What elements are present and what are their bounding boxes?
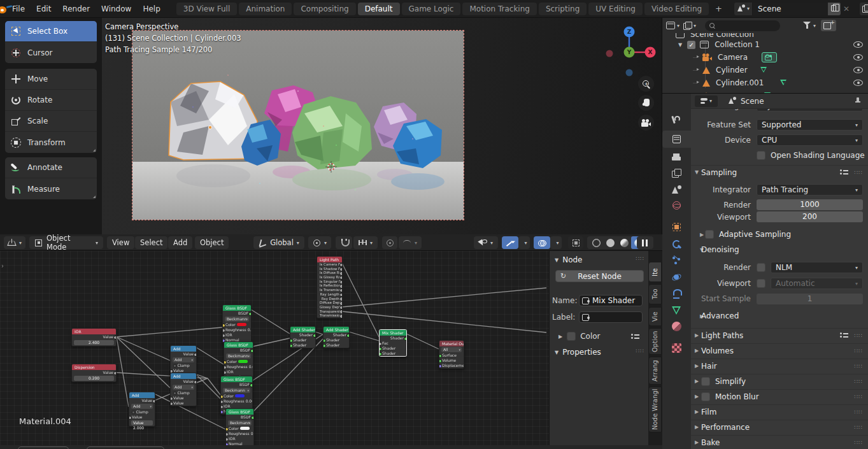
node-glass-bsdf-white[interactable]: Glass BSDF BSDF Beckmann▾ Color Roughnes…: [225, 408, 254, 447]
workspace-tab-default[interactable]: Default: [358, 3, 400, 15]
reset-node-button[interactable]: ↻Reset Node: [555, 270, 644, 282]
tab-view-layer-properties[interactable]: [662, 165, 691, 182]
node-math-add-3[interactable]: Add Value Add▾ Clamp Value Value 2.000: [129, 392, 155, 427]
tab-scene-properties[interactable]: [662, 181, 691, 198]
presets-list-icon[interactable]: [840, 169, 848, 176]
osl-checkbox[interactable]: [757, 151, 765, 160]
node-ior[interactable]: IOR Value 2.400: [71, 328, 117, 346]
snap-toggle[interactable]: [336, 236, 352, 249]
menu-help[interactable]: Help: [137, 0, 166, 18]
menu-window[interactable]: Window: [96, 0, 137, 18]
panel-grip[interactable]: ∷∷: [855, 332, 863, 339]
show-hide-dropdown[interactable]: ▾: [474, 236, 498, 249]
menu-view[interactable]: View: [107, 236, 134, 249]
workspace-tab-compositing[interactable]: Compositing: [294, 3, 355, 15]
panel-grip[interactable]: ∷∷: [855, 169, 863, 176]
workspace-tab-animation[interactable]: Animation: [239, 3, 292, 15]
mesh-data-icon[interactable]: [780, 80, 787, 86]
workspace-tab-motion-tracking[interactable]: Motion Tracking: [462, 3, 536, 15]
add-workspace-button[interactable]: +: [711, 3, 727, 14]
tab-world-properties[interactable]: [662, 197, 691, 214]
panel-grip[interactable]: ∷∷: [855, 378, 863, 385]
tab-item[interactable]: Ite: [648, 262, 662, 282]
new-collection-button[interactable]: [821, 20, 836, 31]
overlays-dropdown[interactable]: ▾: [550, 236, 562, 249]
tool-select-box[interactable]: Select Box: [5, 21, 97, 42]
pause-render-button[interactable]: [637, 236, 652, 249]
section-bake[interactable]: ▶Bake∷∷: [691, 435, 868, 449]
render-samples-field[interactable]: 1000: [757, 199, 863, 210]
node-add-shader-1[interactable]: Add Shader Shader Shader Shader: [290, 326, 316, 348]
proportional-falloff-dropdown[interactable]: ▾: [399, 236, 422, 249]
tool-transform[interactable]: Transform: [5, 132, 97, 153]
pivot-point-dropdown[interactable]: ▾: [308, 236, 331, 249]
tab-render-properties[interactable]: [662, 131, 691, 148]
section-light-paths[interactable]: ▶Light Paths ∷∷: [691, 328, 868, 342]
menu-select[interactable]: Select: [135, 236, 167, 249]
panel-grip[interactable]: ∷∷: [855, 439, 863, 446]
tab-output-properties[interactable]: [662, 149, 691, 166]
node-light-path[interactable]: Light Path Is Camera Ray Is Shadow Ray I…: [317, 256, 343, 318]
color-swatch[interactable]: [235, 394, 245, 397]
tab-object-data-properties[interactable]: [662, 302, 691, 319]
transform-orientation-dropdown[interactable]: Global▾: [253, 236, 304, 249]
node-math-add-2[interactable]: Add Value Add▾ Clamp Value Value: [170, 373, 197, 406]
editor-type-button[interactable]: ▾: [4, 236, 25, 249]
integrator-dropdown[interactable]: Path Tracing▾: [757, 184, 863, 196]
properties-panel-header[interactable]: ▼Properties: [555, 348, 601, 357]
viewport-camera-view-button[interactable]: [638, 115, 654, 131]
tool-cursor[interactable]: Cursor: [5, 42, 97, 63]
panel-grip[interactable]: ∷∷: [855, 424, 863, 431]
shading-material-button[interactable]: [617, 236, 631, 249]
panel-grip[interactable]: ∷∷: [855, 394, 863, 400]
section-simplify[interactable]: ▶Simplify∷∷: [691, 374, 868, 388]
workspace-tab-scripting[interactable]: Scripting: [539, 3, 587, 15]
proportional-editing-toggle[interactable]: [382, 236, 397, 249]
motion-blur-checkbox[interactable]: [701, 392, 710, 401]
node-dispersion[interactable]: Dispersion Value 0.200: [71, 364, 117, 382]
node-color-swatch[interactable]: [567, 332, 576, 341]
tool-rotate[interactable]: Rotate: [5, 90, 97, 111]
section-volumes[interactable]: ▶Volumes∷∷: [691, 343, 868, 357]
viewport-samples-field[interactable]: 200: [757, 211, 863, 222]
presets-list-icon[interactable]: [631, 333, 639, 340]
editor-type-button[interactable]: ▾: [695, 96, 718, 107]
outliner-row-camera[interactable]: Camera: [662, 51, 868, 64]
camera-render-frame[interactable]: [132, 31, 464, 220]
node-glass-bsdf-red[interactable]: Glass BSDF BSDF Beckmann▾ Color Roughnes…: [222, 304, 252, 343]
mesh-data-icon[interactable]: [760, 67, 767, 73]
scene-browse-button[interactable]: ▾: [734, 3, 753, 15]
denoise-render-checkbox[interactable]: [757, 263, 765, 272]
section-motion-blur[interactable]: ▶Motion Blur∷∷: [691, 389, 868, 403]
node-name-input[interactable]: Mix Shader: [579, 295, 643, 306]
shading-solid-button[interactable]: [603, 236, 617, 249]
outliner-display-mode-button[interactable]: ▾: [666, 22, 679, 29]
outliner-filter-id-button[interactable]: ▾: [683, 22, 696, 30]
gizmos-dropdown[interactable]: ▾: [518, 236, 530, 249]
section-hair[interactable]: ▶Hair∷∷: [691, 359, 868, 373]
overlays-toggle[interactable]: [534, 236, 550, 249]
camera-data-icon[interactable]: [762, 52, 777, 62]
panel-grip[interactable]: ∷∷: [855, 363, 863, 369]
tab-options[interactable]: Option: [648, 328, 662, 355]
denoise-render-dropdown[interactable]: NLM▾: [771, 262, 863, 273]
node-glass-bsdf-green[interactable]: Glass BSDF BSDF Beckmann▾ Color Roughnes…: [224, 341, 253, 380]
panel-grip[interactable]: ∷∷: [855, 348, 863, 354]
section-adaptive-sampling[interactable]: ▶Adaptive Sampling: [691, 227, 868, 241]
axis-z-negative-handle[interactable]: [626, 69, 633, 76]
start-sample-field[interactable]: 1: [757, 294, 863, 304]
pin-icon[interactable]: [854, 97, 862, 105]
device-dropdown[interactable]: CPU▾: [757, 134, 863, 146]
mode-dropdown[interactable]: Object Mode▾: [29, 236, 103, 249]
visibility-eye-icon[interactable]: [853, 41, 863, 48]
node-mix-shader[interactable]: Mix Shader Shader Fac Shader Shader: [379, 329, 407, 357]
visibility-eye-icon[interactable]: [853, 54, 863, 61]
navigation-gizmo[interactable]: Z Y X: [605, 22, 658, 83]
outliner-row-clipped[interactable]: [662, 89, 868, 94]
panel-grip[interactable]: ∷∷: [855, 409, 863, 415]
workspace-tab-video-editing[interactable]: Video Editing: [644, 3, 709, 15]
tool-measure[interactable]: Measure: [5, 178, 97, 199]
viewport-pan-button[interactable]: [638, 95, 654, 111]
panel-grip[interactable]: ∷∷: [636, 348, 644, 354]
section-film[interactable]: ▶Film∷∷: [691, 404, 868, 418]
